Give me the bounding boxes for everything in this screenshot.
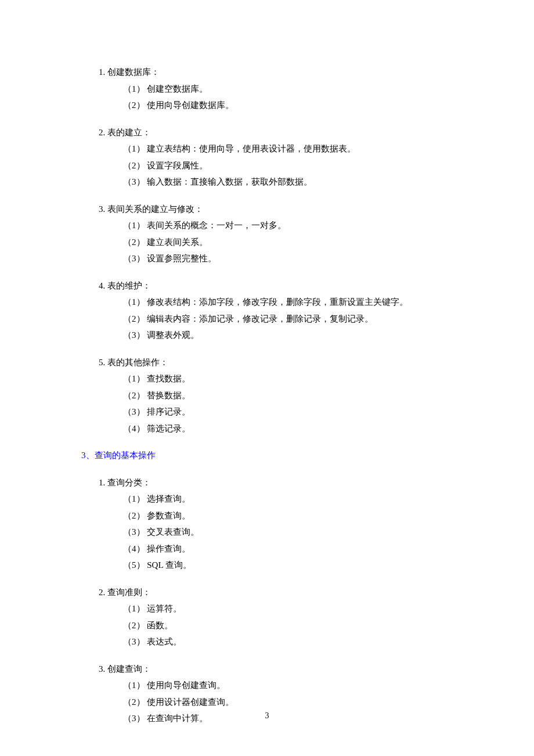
section-title: 4. 表的维护： [99, 278, 444, 294]
sub-item: （1） 表间关系的概念：一对一，一对多。 [99, 217, 444, 234]
section-title: 3. 表间关系的建立与修改： [99, 201, 444, 218]
sub-item: （3） 表达式。 [99, 633, 444, 650]
section-7: 2. 查询准则： （1） 运算符。 （2） 函数。 （3） 表达式。 [99, 584, 444, 650]
page-number: 3 [0, 708, 534, 724]
sub-item: （2） 使用向导创建数据库。 [99, 97, 444, 114]
section-5: 5. 表的其他操作： （1） 查找数据。 （2） 替换数据。 （3） 排序记录。… [99, 354, 444, 437]
sub-item: （3） 输入数据：直接输入数据，获取外部数据。 [99, 174, 444, 190]
section-1: 1. 创建数据库： （1） 创建空数据库。 （2） 使用向导创建数据库。 [99, 64, 444, 114]
section-title: 2. 表的建立： [99, 124, 444, 141]
sub-item: （3） 调整表外观。 [99, 327, 444, 344]
section-heading: 3、查询的基本操作 [81, 447, 444, 464]
section-6: 1. 查询分类： （1） 选择查询。 （2） 参数查询。 （3） 交叉表查询。 … [99, 474, 444, 574]
sub-item: （1） 查找数据。 [99, 370, 444, 387]
section-4: 4. 表的维护： （1） 修改表结构：添加字段，修改字段，删除字段，重新设置主关… [99, 278, 444, 344]
sub-item: （2） 建立表间关系。 [99, 234, 444, 251]
section-title: 5. 表的其他操作： [99, 354, 444, 371]
sub-item: （2） 编辑表内容：添加记录，修改记录，删除记录，复制记录。 [99, 311, 444, 327]
sub-item: （4） 操作查询。 [99, 541, 444, 557]
sub-item: （2） 使用设计器创建查询。 [99, 694, 444, 711]
sub-item: （3） 排序记录。 [99, 404, 444, 420]
sub-item: （1） 建立表结构：使用向导，使用表设计器，使用数据表。 [99, 141, 444, 157]
section-title: 1. 创建数据库： [99, 64, 444, 81]
section-2: 2. 表的建立： （1） 建立表结构：使用向导，使用表设计器，使用数据表。 （2… [99, 124, 444, 190]
sub-item: （5） SQL 查询。 [99, 557, 444, 574]
sub-item: （4） 筛选记录。 [99, 420, 444, 437]
section-3: 3. 表间关系的建立与修改： （1） 表间关系的概念：一对一，一对多。 （2） … [99, 201, 444, 267]
sub-item: （2） 函数。 [99, 617, 444, 634]
content-area: 1. 创建数据库： （1） 创建空数据库。 （2） 使用向导创建数据库。 2. … [99, 64, 444, 727]
sub-item: （1） 创建空数据库。 [99, 81, 444, 98]
sub-item: （3） 设置参照完整性。 [99, 250, 444, 267]
sub-item: （2） 替换数据。 [99, 387, 444, 404]
sub-item: （1） 运算符。 [99, 600, 444, 617]
sub-item: （1） 选择查询。 [99, 491, 444, 507]
section-title: 1. 查询分类： [99, 474, 444, 491]
sub-item: （2） 参数查询。 [99, 507, 444, 524]
sub-item: （2） 设置字段属性。 [99, 157, 444, 174]
section-title: 3. 创建查询： [99, 661, 444, 678]
section-title: 2. 查询准则： [99, 584, 444, 601]
sub-item: （1） 修改表结构：添加字段，修改字段，删除字段，重新设置主关键字。 [99, 294, 444, 311]
sub-item: （1） 使用向导创建查询。 [99, 677, 444, 694]
sub-item: （3） 交叉表查询。 [99, 524, 444, 541]
